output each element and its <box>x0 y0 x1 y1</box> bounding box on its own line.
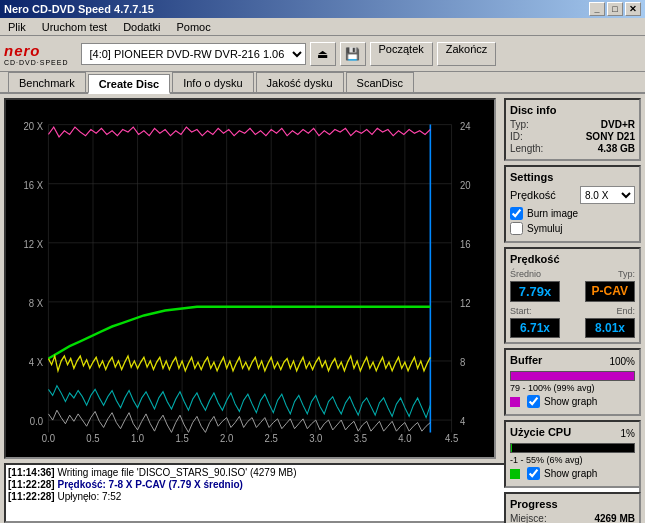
cpu-show-graph-label: Show graph <box>544 468 597 479</box>
end-label: End: <box>616 306 635 316</box>
save-button[interactable]: 💾 <box>340 42 366 66</box>
svg-text:0.5: 0.5 <box>86 433 99 445</box>
settings-speed-label: Prędkość <box>510 189 556 201</box>
settings-speed-row: Prędkość 8.0 X <box>510 186 635 204</box>
burn-image-row: Burn image <box>510 207 635 220</box>
svg-text:2.0: 2.0 <box>220 433 233 445</box>
log-text-0: Writing image file 'DISCO_STARS_90.ISO' … <box>57 467 296 478</box>
main-content: 20 X 16 X 12 X 8 X 4 X 0.0 24 20 16 12 8… <box>0 94 645 463</box>
minimize-button[interactable]: _ <box>589 2 605 16</box>
menu-plik[interactable]: Plik <box>4 20 30 34</box>
svg-text:4: 4 <box>460 415 466 427</box>
svg-text:1.0: 1.0 <box>131 433 144 445</box>
svg-text:12: 12 <box>460 297 471 309</box>
predkosc-section: Prędkość Średnio Typ: 7.79x P-CAV Start:… <box>504 247 641 344</box>
end-value: 8.01x <box>585 318 635 338</box>
start-button[interactable]: Początek <box>370 42 433 66</box>
svg-text:4.0: 4.0 <box>398 433 411 445</box>
buffer-description: 79 - 100% (99% avg) <box>510 383 635 393</box>
svg-text:20 X: 20 X <box>24 120 44 132</box>
logo-area: nero CD·DVD·SPEED <box>4 42 69 66</box>
svg-text:12 X: 12 X <box>24 238 44 250</box>
cpu-show-graph-row: Show graph <box>510 467 635 480</box>
disc-length-row: Length: 4.38 GB <box>510 143 635 154</box>
buffer-show-graph-row: Show graph <box>510 395 635 408</box>
disc-id-value: SONY D21 <box>586 131 635 142</box>
tab-info-o-dysku[interactable]: Info o dysku <box>172 72 253 92</box>
menu-dodatki[interactable]: Dodatki <box>119 20 164 34</box>
symuluj-label: Symuluj <box>527 223 563 234</box>
speed-select[interactable]: 8.0 X <box>580 186 635 204</box>
buffer-show-graph-checkbox[interactable] <box>527 395 540 408</box>
disc-info-title: Disc info <box>510 104 635 116</box>
svg-text:16: 16 <box>460 238 471 250</box>
srednia-label: Średnio <box>510 269 541 279</box>
buffer-show-graph-label: Show graph <box>544 396 597 407</box>
symuluj-row: Symuluj <box>510 222 635 235</box>
svg-text:1.5: 1.5 <box>175 433 188 445</box>
log-time-1: [11:22:28] <box>8 479 55 490</box>
disc-id-row: ID: SONY D21 <box>510 131 635 142</box>
svg-text:8 X: 8 X <box>29 297 43 309</box>
burn-image-checkbox[interactable] <box>510 207 523 220</box>
drive-select-area: [4:0] PIONEER DVD-RW DVR-216 1.06 ⏏ 💾 Po… <box>81 42 641 66</box>
typ-value: P-CAV <box>585 281 635 302</box>
svg-text:3.5: 3.5 <box>354 433 367 445</box>
start-label: Start: <box>510 306 532 316</box>
menu-uruchom[interactable]: Uruchom test <box>38 20 111 34</box>
svg-text:8: 8 <box>460 356 466 368</box>
buffer-percent: 100% <box>609 356 635 367</box>
cpu-section: Użycie CPU 1% -1 - 55% (6% avg) Show gra… <box>504 420 641 488</box>
disc-typ-value: DVD+R <box>601 119 635 130</box>
tab-benchmark[interactable]: Benchmark <box>8 72 86 92</box>
svg-text:4 X: 4 X <box>29 356 43 368</box>
cpu-bar-fill <box>511 444 512 452</box>
log-text-2: Upłynęło: 7:52 <box>57 491 121 502</box>
svg-text:3.0: 3.0 <box>309 433 322 445</box>
settings-section: Settings Prędkość 8.0 X Burn image Symul… <box>504 165 641 243</box>
svg-text:20: 20 <box>460 179 471 191</box>
log-time-2: [11:22:28] <box>8 491 55 502</box>
svg-text:0.0: 0.0 <box>30 415 43 427</box>
menu-bar: Plik Uruchom test Dodatki Pomoc <box>0 18 645 36</box>
end-button[interactable]: Zakończ <box>437 42 497 66</box>
tab-create-disc[interactable]: Create Disc <box>88 74 171 94</box>
menu-pomoc[interactable]: Pomoc <box>172 20 214 34</box>
progress-miejsce-label: Miejsce: <box>510 513 547 523</box>
progress-section: Progress Miejsce: 4269 MB Minęło: 7:52 <box>504 492 641 523</box>
eject-button[interactable]: ⏏ <box>310 42 336 66</box>
settings-title: Settings <box>510 171 635 183</box>
toolbar: nero CD·DVD·SPEED [4:0] PIONEER DVD-RW D… <box>0 36 645 72</box>
symuluj-checkbox[interactable] <box>510 222 523 235</box>
close-button[interactable]: ✕ <box>625 2 641 16</box>
buffer-color-indicator <box>510 397 520 407</box>
tab-jakosc-dysku[interactable]: Jakość dysku <box>256 72 344 92</box>
svg-text:4.5: 4.5 <box>445 433 458 445</box>
svg-text:24: 24 <box>460 120 471 132</box>
cpu-show-graph-checkbox[interactable] <box>527 467 540 480</box>
progress-title: Progress <box>510 498 635 510</box>
disc-length-label: Length: <box>510 143 543 154</box>
svg-rect-0 <box>6 100 494 457</box>
cpu-percent: 1% <box>621 428 635 439</box>
typ-label: Typ: <box>618 269 635 279</box>
tab-scandisc[interactable]: ScanDisc <box>346 72 414 92</box>
predkosc-title: Prędkość <box>510 253 635 265</box>
title-bar-buttons: _ □ ✕ <box>589 2 641 16</box>
disc-typ-label: Typ: <box>510 119 529 130</box>
logo: nero CD·DVD·SPEED <box>4 42 69 66</box>
svg-text:0.0: 0.0 <box>42 433 55 445</box>
window-title: Nero CD-DVD Speed 4.7.7.15 <box>4 3 154 15</box>
disc-length-value: 4.38 GB <box>598 143 635 154</box>
tabs-bar: Benchmark Create Disc Info o dysku Jakoś… <box>0 72 645 94</box>
graph-area: 20 X 16 X 12 X 8 X 4 X 0.0 24 20 16 12 8… <box>4 98 496 459</box>
svg-text:16 X: 16 X <box>24 179 44 191</box>
title-bar: Nero CD-DVD Speed 4.7.7.15 _ □ ✕ <box>0 0 645 18</box>
drive-select[interactable]: [4:0] PIONEER DVD-RW DVR-216 1.06 <box>81 43 306 65</box>
disc-id-label: ID: <box>510 131 523 142</box>
cpu-description: -1 - 55% (6% avg) <box>510 455 635 465</box>
disc-info-section: Disc info Typ: DVD+R ID: SONY D21 Length… <box>504 98 641 161</box>
cpu-title: Użycie CPU <box>510 426 571 438</box>
maximize-button[interactable]: □ <box>607 2 623 16</box>
log-text-1: Prędkość: 7-8 X P-CAV (7.79 X średnio) <box>57 479 242 490</box>
